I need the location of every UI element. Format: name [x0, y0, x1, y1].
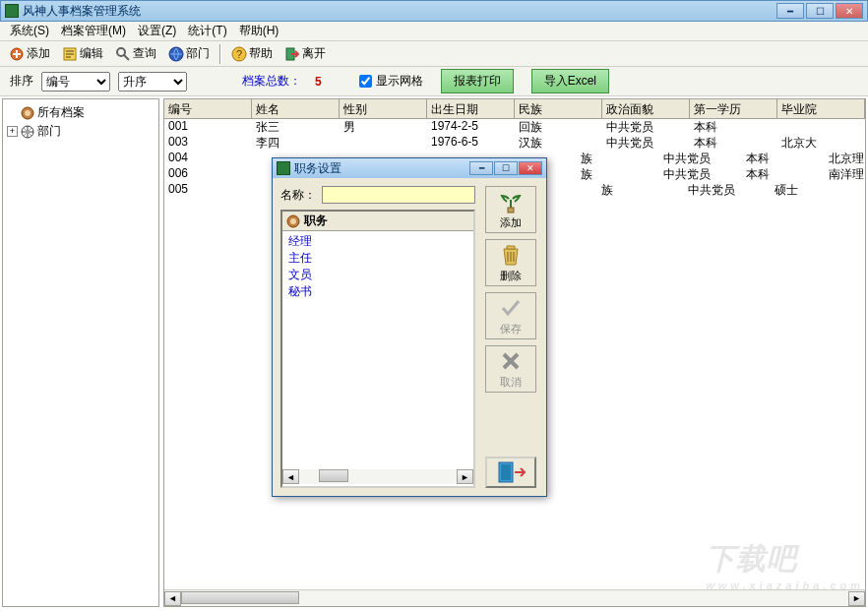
dialog-name-row: 名称： — [280, 186, 475, 204]
dialog-cancel-label: 取消 — [500, 375, 522, 390]
toolbar-query[interactable]: 查询 — [110, 42, 161, 65]
scroll-thumb[interactable] — [181, 591, 299, 604]
list-item[interactable]: 秘书 — [286, 283, 469, 300]
export-excel-button[interactable]: 导入Excel — [531, 69, 609, 93]
app-icon — [5, 4, 19, 18]
dialog-maximize-button[interactable]: ☐ — [494, 161, 518, 175]
gear-icon — [21, 106, 34, 120]
grid-cell: 北京大 — [777, 135, 865, 151]
dialog-cancel-button[interactable]: 取消 — [485, 345, 536, 393]
grid-header-cell[interactable]: 政治面貌 — [602, 99, 690, 118]
grid-header-cell[interactable]: 第一学历 — [690, 99, 777, 118]
dept-icon — [168, 46, 184, 62]
list-item[interactable]: 经理 — [286, 233, 469, 250]
grid-header-cell[interactable]: 出生日期 — [427, 99, 515, 118]
search-icon — [115, 46, 131, 62]
edit-icon — [62, 46, 78, 62]
scroll-right-button[interactable]: ► — [848, 591, 865, 606]
table-row[interactable]: 003李四1976-6-5汉族中共党员本科北京大 — [164, 135, 865, 151]
grid-header-cell[interactable]: 民族 — [515, 99, 602, 118]
grid-cell: 005 — [164, 182, 251, 198]
grid-cell: 本科 — [690, 135, 777, 151]
toolbar-dept[interactable]: 部门 — [163, 42, 215, 65]
toolbar-query-label: 查询 — [133, 45, 156, 62]
print-button[interactable]: 报表打印 — [441, 69, 514, 93]
grid-cell: 本科 — [742, 166, 825, 182]
menu-stats[interactable]: 统计(T) — [182, 21, 232, 41]
grid-header-cell[interactable]: 毕业院 — [777, 99, 865, 118]
maximize-button[interactable]: ☐ — [806, 3, 834, 19]
dialog-left-pane: 名称： 职务 经理主任文员秘书 ◄ ► — [280, 186, 475, 488]
dialog-delete-button[interactable]: 删除 — [485, 239, 536, 286]
list-horizontal-scrollbar[interactable]: ◄ ► — [282, 469, 473, 486]
toolbar-separator — [219, 44, 221, 64]
dialog-minimize-button[interactable]: ━ — [469, 161, 493, 175]
svg-rect-14 — [501, 464, 511, 480]
toolbar-help-label: 帮助 — [249, 45, 273, 62]
dialog-save-button[interactable]: 保存 — [485, 292, 536, 339]
list-scroll-track[interactable] — [299, 469, 457, 484]
grid-cell: 族 — [577, 151, 659, 166]
menu-system[interactable]: 系统(S) — [4, 21, 55, 41]
plant-icon — [499, 190, 523, 214]
grid-cell: 1974-2-5 — [427, 119, 515, 135]
show-grid-input[interactable] — [359, 75, 372, 88]
tree-node-dept[interactable]: + 部门 — [7, 122, 155, 141]
grid-header: 编号姓名性别出生日期民族政治面貌第一学历毕业院 — [164, 99, 865, 119]
svg-point-8 — [25, 110, 31, 116]
grid-cell: 李四 — [252, 135, 340, 151]
grid-cell: 汉族 — [515, 135, 602, 151]
grid-header-cell[interactable]: 性别 — [340, 99, 427, 118]
help-icon: ? — [231, 46, 247, 62]
sort-dir-select[interactable]: 升序 — [118, 72, 187, 92]
tree-dept-label: 部门 — [37, 123, 61, 140]
toolbar-leave[interactable]: 离开 — [279, 42, 331, 65]
grid-cell: 男 — [340, 119, 427, 135]
table-row[interactable]: 001张三男1974-2-5回族中共党员本科 — [164, 119, 865, 135]
dialog-exit-button[interactable] — [485, 457, 536, 488]
list-scroll-left[interactable]: ◄ — [282, 469, 299, 484]
list-scroll-right[interactable]: ► — [457, 469, 473, 484]
toolbar-dept-label: 部门 — [186, 45, 210, 62]
grid-cell: 001 — [164, 119, 252, 135]
toolbar-add[interactable]: 添加 — [4, 42, 55, 65]
globe-icon — [21, 125, 34, 139]
grid-cell: 硕士 — [771, 182, 857, 198]
grid-cell: 中共党员 — [602, 135, 690, 151]
svg-point-11 — [290, 218, 296, 224]
position-list-header: 职务 — [282, 212, 473, 231]
tree-expand-icon[interactable]: + — [7, 126, 18, 137]
grid-cell: 南洋理 — [825, 166, 865, 182]
toolbar-leave-label: 离开 — [302, 45, 326, 62]
sort-field-select[interactable]: 编号 — [41, 72, 110, 92]
position-dialog: 职务设置 ━ ☐ ✕ 名称： 职务 经理主任文员秘书 ◄ ► — [272, 157, 547, 497]
filter-bar: 排序 编号 升序 档案总数： 5 显示网格 报表打印 导入Excel — [0, 67, 868, 96]
menu-settings[interactable]: 设置(Z) — [132, 21, 182, 41]
minimize-button[interactable]: ━ — [776, 3, 804, 19]
dialog-add-button[interactable]: 添加 — [485, 186, 536, 233]
toolbar-edit[interactable]: 编辑 — [57, 42, 108, 65]
grid-cell: 003 — [164, 135, 252, 151]
tree-node-all[interactable]: 所有档案 — [7, 103, 155, 122]
toolbar-help[interactable]: ? 帮助 — [226, 42, 278, 65]
grid-cell: 回族 — [515, 119, 602, 135]
menu-help[interactable]: 帮助(H) — [233, 21, 285, 41]
grid-horizontal-scrollbar[interactable]: ◄ ► — [164, 589, 865, 606]
grid-cell: 张三 — [252, 119, 340, 135]
grid-header-cell[interactable]: 姓名 — [252, 99, 340, 118]
dialog-close-button[interactable]: ✕ — [519, 161, 542, 175]
list-scroll-thumb[interactable] — [319, 469, 348, 482]
grid-header-cell[interactable]: 编号 — [164, 99, 252, 118]
list-item[interactable]: 文员 — [286, 267, 469, 283]
window-buttons: ━ ☐ ✕ — [776, 3, 863, 19]
sort-label: 排序 — [10, 73, 33, 90]
show-grid-checkbox[interactable]: 显示网格 — [359, 73, 423, 90]
list-item[interactable]: 主任 — [286, 250, 469, 267]
name-input[interactable] — [322, 186, 475, 204]
toolbar: 添加 编辑 查询 部门 ? 帮助 离开 — [0, 41, 868, 67]
close-button[interactable]: ✕ — [836, 3, 863, 19]
menu-archive[interactable]: 档案管理(M) — [55, 21, 132, 41]
scroll-track[interactable] — [181, 591, 848, 606]
dialog-titlebar[interactable]: 职务设置 ━ ☐ ✕ — [273, 158, 546, 178]
scroll-left-button[interactable]: ◄ — [164, 591, 181, 606]
